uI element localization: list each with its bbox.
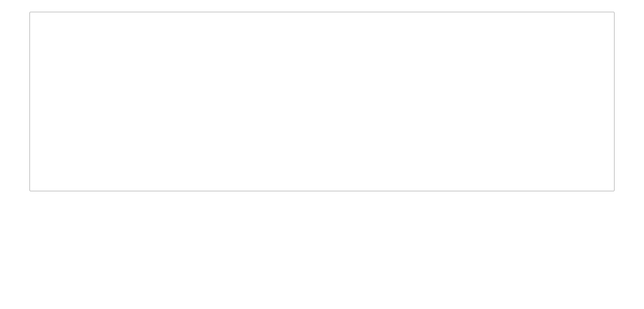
chart-wrapper	[29, 9, 615, 197]
y-axis	[35, 21, 55, 173]
chart-container	[29, 12, 615, 191]
chart-area	[35, 21, 602, 173]
